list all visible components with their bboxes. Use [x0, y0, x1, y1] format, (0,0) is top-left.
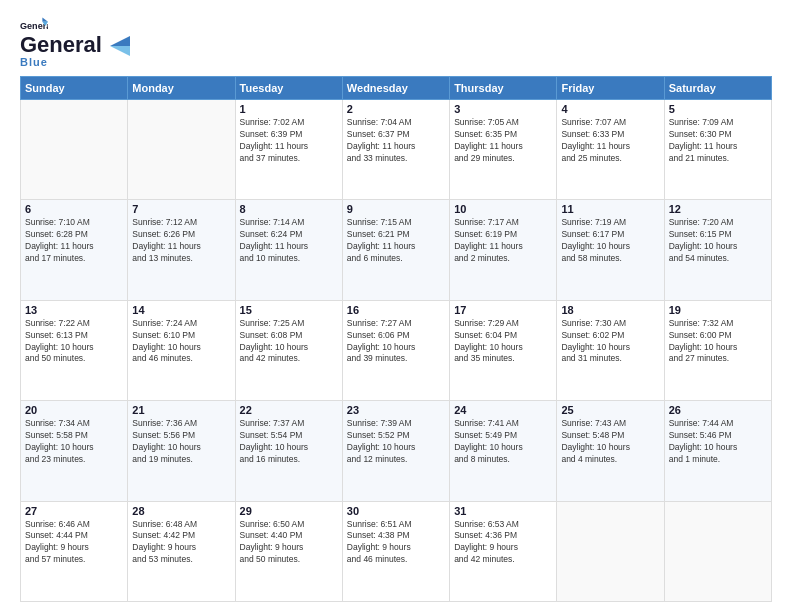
- day-number: 14: [132, 304, 230, 316]
- day-number: 1: [240, 103, 338, 115]
- day-info: Sunrise: 6:51 AM Sunset: 4:38 PM Dayligh…: [347, 519, 445, 567]
- day-info: Sunrise: 7:22 AM Sunset: 6:13 PM Dayligh…: [25, 318, 123, 366]
- calendar-cell: 21Sunrise: 7:36 AM Sunset: 5:56 PM Dayli…: [128, 401, 235, 501]
- calendar-cell: 16Sunrise: 7:27 AM Sunset: 6:06 PM Dayli…: [342, 300, 449, 400]
- day-number: 12: [669, 203, 767, 215]
- day-info: Sunrise: 7:14 AM Sunset: 6:24 PM Dayligh…: [240, 217, 338, 265]
- day-info: Sunrise: 7:41 AM Sunset: 5:49 PM Dayligh…: [454, 418, 552, 466]
- day-number: 7: [132, 203, 230, 215]
- day-number: 11: [561, 203, 659, 215]
- calendar-weekday-wednesday: Wednesday: [342, 77, 449, 100]
- calendar-cell: 5Sunrise: 7:09 AM Sunset: 6:30 PM Daylig…: [664, 100, 771, 200]
- calendar-cell: 19Sunrise: 7:32 AM Sunset: 6:00 PM Dayli…: [664, 300, 771, 400]
- calendar-cell: 13Sunrise: 7:22 AM Sunset: 6:13 PM Dayli…: [21, 300, 128, 400]
- day-number: 18: [561, 304, 659, 316]
- day-number: 23: [347, 404, 445, 416]
- calendar-week-row: 6Sunrise: 7:10 AM Sunset: 6:28 PM Daylig…: [21, 200, 772, 300]
- day-info: Sunrise: 7:05 AM Sunset: 6:35 PM Dayligh…: [454, 117, 552, 165]
- calendar-cell: 14Sunrise: 7:24 AM Sunset: 6:10 PM Dayli…: [128, 300, 235, 400]
- day-info: Sunrise: 7:32 AM Sunset: 6:00 PM Dayligh…: [669, 318, 767, 366]
- day-info: Sunrise: 7:25 AM Sunset: 6:08 PM Dayligh…: [240, 318, 338, 366]
- day-info: Sunrise: 7:02 AM Sunset: 6:39 PM Dayligh…: [240, 117, 338, 165]
- calendar-cell: 12Sunrise: 7:20 AM Sunset: 6:15 PM Dayli…: [664, 200, 771, 300]
- day-number: 31: [454, 505, 552, 517]
- day-number: 30: [347, 505, 445, 517]
- calendar-cell: 15Sunrise: 7:25 AM Sunset: 6:08 PM Dayli…: [235, 300, 342, 400]
- day-number: 3: [454, 103, 552, 115]
- day-info: Sunrise: 7:44 AM Sunset: 5:46 PM Dayligh…: [669, 418, 767, 466]
- svg-marker-3: [110, 36, 130, 46]
- day-info: Sunrise: 7:39 AM Sunset: 5:52 PM Dayligh…: [347, 418, 445, 466]
- day-info: Sunrise: 7:43 AM Sunset: 5:48 PM Dayligh…: [561, 418, 659, 466]
- calendar-cell: 10Sunrise: 7:17 AM Sunset: 6:19 PM Dayli…: [450, 200, 557, 300]
- calendar-cell: 3Sunrise: 7:05 AM Sunset: 6:35 PM Daylig…: [450, 100, 557, 200]
- calendar-cell: 29Sunrise: 6:50 AM Sunset: 4:40 PM Dayli…: [235, 501, 342, 601]
- calendar-cell: 8Sunrise: 7:14 AM Sunset: 6:24 PM Daylig…: [235, 200, 342, 300]
- day-number: 28: [132, 505, 230, 517]
- calendar-cell: [21, 100, 128, 200]
- calendar-cell: 18Sunrise: 7:30 AM Sunset: 6:02 PM Dayli…: [557, 300, 664, 400]
- day-number: 16: [347, 304, 445, 316]
- day-info: Sunrise: 7:34 AM Sunset: 5:58 PM Dayligh…: [25, 418, 123, 466]
- day-info: Sunrise: 7:04 AM Sunset: 6:37 PM Dayligh…: [347, 117, 445, 165]
- calendar-weekday-tuesday: Tuesday: [235, 77, 342, 100]
- day-number: 15: [240, 304, 338, 316]
- calendar-cell: [128, 100, 235, 200]
- calendar-weekday-sunday: Sunday: [21, 77, 128, 100]
- day-info: Sunrise: 7:10 AM Sunset: 6:28 PM Dayligh…: [25, 217, 123, 265]
- calendar-week-row: 20Sunrise: 7:34 AM Sunset: 5:58 PM Dayli…: [21, 401, 772, 501]
- day-info: Sunrise: 6:48 AM Sunset: 4:42 PM Dayligh…: [132, 519, 230, 567]
- calendar-cell: 31Sunrise: 6:53 AM Sunset: 4:36 PM Dayli…: [450, 501, 557, 601]
- day-info: Sunrise: 7:09 AM Sunset: 6:30 PM Dayligh…: [669, 117, 767, 165]
- day-info: Sunrise: 7:37 AM Sunset: 5:54 PM Dayligh…: [240, 418, 338, 466]
- calendar-cell: 26Sunrise: 7:44 AM Sunset: 5:46 PM Dayli…: [664, 401, 771, 501]
- day-info: Sunrise: 7:27 AM Sunset: 6:06 PM Dayligh…: [347, 318, 445, 366]
- calendar-weekday-saturday: Saturday: [664, 77, 771, 100]
- logo-text: General: [20, 32, 142, 58]
- logo: General General Blue: [20, 16, 142, 68]
- calendar-cell: 9Sunrise: 7:15 AM Sunset: 6:21 PM Daylig…: [342, 200, 449, 300]
- day-info: Sunrise: 7:20 AM Sunset: 6:15 PM Dayligh…: [669, 217, 767, 265]
- day-number: 25: [561, 404, 659, 416]
- day-number: 20: [25, 404, 123, 416]
- day-number: 5: [669, 103, 767, 115]
- day-number: 24: [454, 404, 552, 416]
- calendar-week-row: 1Sunrise: 7:02 AM Sunset: 6:39 PM Daylig…: [21, 100, 772, 200]
- day-number: 6: [25, 203, 123, 215]
- calendar-cell: 23Sunrise: 7:39 AM Sunset: 5:52 PM Dayli…: [342, 401, 449, 501]
- calendar-cell: 6Sunrise: 7:10 AM Sunset: 6:28 PM Daylig…: [21, 200, 128, 300]
- calendar-header-row: SundayMondayTuesdayWednesdayThursdayFrid…: [21, 77, 772, 100]
- day-info: Sunrise: 6:50 AM Sunset: 4:40 PM Dayligh…: [240, 519, 338, 567]
- calendar-cell: 11Sunrise: 7:19 AM Sunset: 6:17 PM Dayli…: [557, 200, 664, 300]
- day-number: 22: [240, 404, 338, 416]
- calendar-cell: 30Sunrise: 6:51 AM Sunset: 4:38 PM Dayli…: [342, 501, 449, 601]
- day-number: 27: [25, 505, 123, 517]
- calendar-weekday-friday: Friday: [557, 77, 664, 100]
- day-number: 8: [240, 203, 338, 215]
- day-info: Sunrise: 7:36 AM Sunset: 5:56 PM Dayligh…: [132, 418, 230, 466]
- day-info: Sunrise: 7:17 AM Sunset: 6:19 PM Dayligh…: [454, 217, 552, 265]
- day-info: Sunrise: 7:12 AM Sunset: 6:26 PM Dayligh…: [132, 217, 230, 265]
- calendar-cell: 4Sunrise: 7:07 AM Sunset: 6:33 PM Daylig…: [557, 100, 664, 200]
- logo-wing-icon: [110, 36, 140, 56]
- svg-marker-4: [110, 46, 130, 56]
- day-number: 21: [132, 404, 230, 416]
- day-info: Sunrise: 7:07 AM Sunset: 6:33 PM Dayligh…: [561, 117, 659, 165]
- calendar-week-row: 13Sunrise: 7:22 AM Sunset: 6:13 PM Dayli…: [21, 300, 772, 400]
- day-number: 13: [25, 304, 123, 316]
- page: General General Blue: [0, 0, 792, 612]
- day-info: Sunrise: 7:30 AM Sunset: 6:02 PM Dayligh…: [561, 318, 659, 366]
- calendar-cell: 17Sunrise: 7:29 AM Sunset: 6:04 PM Dayli…: [450, 300, 557, 400]
- calendar-cell: [557, 501, 664, 601]
- calendar-cell: 1Sunrise: 7:02 AM Sunset: 6:39 PM Daylig…: [235, 100, 342, 200]
- day-info: Sunrise: 7:19 AM Sunset: 6:17 PM Dayligh…: [561, 217, 659, 265]
- calendar-cell: 22Sunrise: 7:37 AM Sunset: 5:54 PM Dayli…: [235, 401, 342, 501]
- logo-blue-text: Blue: [20, 56, 48, 68]
- calendar-cell: 27Sunrise: 6:46 AM Sunset: 4:44 PM Dayli…: [21, 501, 128, 601]
- day-number: 19: [669, 304, 767, 316]
- day-number: 10: [454, 203, 552, 215]
- calendar-cell: 24Sunrise: 7:41 AM Sunset: 5:49 PM Dayli…: [450, 401, 557, 501]
- calendar-weekday-monday: Monday: [128, 77, 235, 100]
- calendar-cell: 7Sunrise: 7:12 AM Sunset: 6:26 PM Daylig…: [128, 200, 235, 300]
- day-info: Sunrise: 7:29 AM Sunset: 6:04 PM Dayligh…: [454, 318, 552, 366]
